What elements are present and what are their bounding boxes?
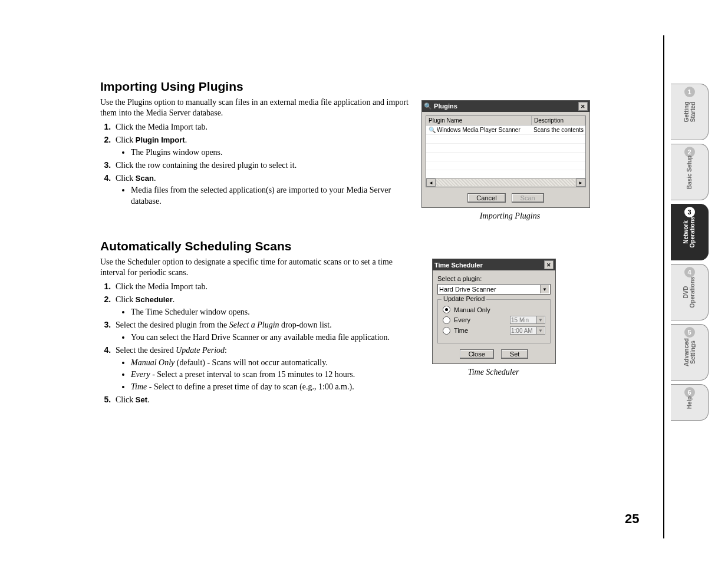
s2-step5-dot: . [147, 395, 150, 404]
row-name-text: Windows Media Player Scanner [437, 127, 521, 133]
close-icon[interactable]: ✕ [544, 260, 554, 269]
opt1-rest: (default) - Scans will not occur automat… [174, 358, 328, 367]
plugin-select[interactable]: Hard Drive Scanner ▼ [437, 284, 551, 295]
tab-label: NetworkOperations [683, 217, 696, 248]
s2-step4-italic: Update Period [176, 346, 225, 355]
s2-step3-sub: You can select the Hard Drive Scanner or… [131, 332, 413, 343]
s2-step3: Select the desired plugin from the Selec… [113, 319, 413, 343]
plugins-dialog-buttons: Cancel Scan [422, 191, 589, 207]
step-2: Click Plugin Import. The Plugins window … [113, 134, 413, 158]
section1-heading: Importing Using Plugins [100, 80, 413, 94]
tab-number: 4 [684, 267, 695, 277]
vertical-divider [663, 35, 664, 538]
close-icon[interactable]: ✕ [578, 102, 588, 111]
scroll-left-icon[interactable]: ◄ [426, 178, 436, 187]
scroll-track[interactable] [436, 179, 575, 186]
section1-intro: Use the Plugins option to manually scan … [100, 97, 413, 118]
s2-step2-bold: Scheduler [136, 295, 173, 304]
every-interval-select[interactable]: 15 Min ▼ [510, 316, 545, 324]
col-plugin-name[interactable]: Plugin Name [426, 116, 532, 125]
tab-number: 3 [684, 207, 695, 217]
ts-title-text: Time Scheduler [434, 262, 483, 269]
section2-intro: Use the Scheduler option to designate a … [100, 257, 413, 277]
radio-time-label: Time [454, 327, 468, 334]
tab-advanced-settings[interactable]: 5 AdvancedSettings [671, 324, 709, 381]
tab-label: Help [686, 396, 693, 409]
step2-sub: The Plugins window opens. [131, 147, 413, 158]
opt2-rest: - Select a preset interval to scan from … [150, 370, 355, 379]
main-content: Importing Using Plugins Use the Plugins … [100, 80, 413, 407]
s2-step2: Click Scheduler. The Time Scheduler wind… [113, 294, 413, 318]
opt2-label: Every [131, 370, 150, 379]
plugin-select-value: Hard Drive Scanner [439, 286, 496, 293]
section1-steps: Click the Media Import tab. Click Plugin… [100, 121, 413, 207]
plugins-dialog-title: 🔍 Plugins [424, 103, 457, 110]
page-number: 25 [625, 511, 639, 527]
page: Importing Using Plugins Use the Plugins … [0, 0, 728, 562]
radio-time[interactable]: Time 1:00 AM ▼ [443, 326, 545, 335]
step4-sub: Media files from the selected applicatio… [131, 185, 413, 207]
radio-icon [443, 306, 450, 313]
plugins-table-header: Plugin Name Description [426, 116, 585, 125]
blank-row [426, 161, 585, 170]
tab-basic-setup[interactable]: 2 Basic Setup [671, 144, 709, 200]
chapter-tabs: 1 GettingStarted 2 Basic Setup 3 Network… [671, 84, 709, 421]
blank-row [426, 144, 585, 153]
plugins-title-text: Plugins [434, 103, 457, 110]
chevron-down-icon: ▼ [536, 316, 544, 323]
time-select[interactable]: 1:00 AM ▼ [510, 326, 545, 335]
plugins-table: Plugin Name Description 🔍Windows Media P… [426, 115, 586, 187]
table-row[interactable]: 🔍Windows Media Player Scanner Scans the … [426, 125, 585, 135]
radio-icon [443, 327, 450, 335]
scroll-right-icon[interactable]: ► [576, 178, 585, 187]
s2-step2-pre: Click [116, 295, 136, 304]
opt3-label: Time [131, 382, 147, 391]
step1-text: Click the Media Import tab. [116, 123, 207, 131]
close-button[interactable]: Close [460, 349, 494, 359]
s2-step4-post: : [225, 346, 227, 355]
s2-step2-sub: The Time Scheduler window opens. [131, 307, 413, 318]
step-1: Click the Media Import tab. [113, 121, 413, 133]
radio-manual-only[interactable]: Manual Only [443, 306, 545, 313]
radio-every-label: Every [454, 316, 470, 323]
step-3: Click the row containing the desired plu… [113, 160, 413, 171]
horizontal-scrollbar[interactable]: ◄ ► [426, 178, 585, 187]
s2-step4-pre: Select the desired [116, 346, 176, 355]
s2-step5-bold: Set [136, 395, 147, 404]
cancel-button[interactable]: Cancel [467, 193, 505, 203]
step-4: Click Scan. Media files from the selecte… [113, 173, 413, 208]
opt-time: Time - Select to define a preset time of… [131, 382, 413, 393]
col-description[interactable]: Description [532, 116, 585, 125]
row-plugin-name: 🔍Windows Media Player Scanner [426, 125, 531, 134]
radio-manual-label: Manual Only [454, 306, 490, 313]
figures-column: 🔍 Plugins ✕ Plugin Name Description 🔍Win… [421, 100, 598, 377]
opt1-label: Manual Only [131, 358, 174, 367]
tab-dvd-operations[interactable]: 4 DVDOperations [671, 264, 709, 320]
scan-button[interactable]: Scan [512, 193, 544, 203]
chevron-down-icon: ▼ [536, 327, 544, 334]
tab-getting-started[interactable]: 1 GettingStarted [671, 84, 709, 140]
set-button[interactable]: Set [501, 349, 529, 359]
step4-period: . [154, 174, 156, 183]
tab-network-operations[interactable]: 3 NetworkOperations [671, 204, 709, 260]
plugin-icon: 🔍 [429, 127, 436, 133]
every-interval-value: 15 Min [511, 317, 529, 323]
row-description: Scans the contents of Window [531, 125, 585, 134]
opt-manual: Manual Only (default) - Scans will not o… [131, 358, 413, 369]
tab-help[interactable]: 6 Help [671, 384, 709, 421]
update-period-group: Update Period Manual Only Every 15 Min ▼ [437, 299, 551, 343]
s2-step4: Select the desired Update Period: Manual… [113, 345, 413, 394]
radio-every[interactable]: Every 15 Min ▼ [443, 316, 545, 324]
plugins-caption: Importing Plugins [421, 211, 598, 221]
time-scheduler-dialog: Time Scheduler ✕ Select a plugin: Hard D… [432, 259, 556, 364]
section2-steps: Click the Media Import tab. Click Schedu… [100, 281, 413, 406]
ts-caption: Time Scheduler [421, 368, 565, 377]
step2-period: . [185, 135, 187, 144]
time-value: 1:00 AM [511, 328, 533, 334]
tab-number: 1 [684, 87, 695, 97]
s2-step5-pre: Click [116, 395, 136, 404]
s2-step2-dot: . [173, 295, 175, 304]
plugins-dialog: 🔍 Plugins ✕ Plugin Name Description 🔍Win… [421, 100, 590, 208]
plugins-dialog-titlebar: 🔍 Plugins ✕ [422, 101, 589, 112]
step3-text: Click the row containing the desired plu… [116, 161, 297, 170]
